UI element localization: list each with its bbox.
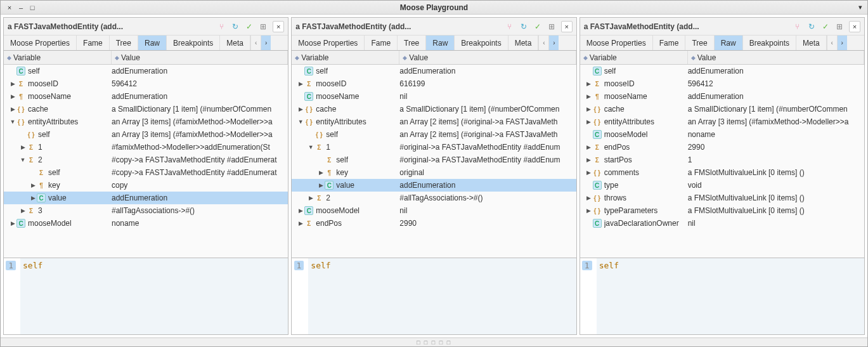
refresh-icon[interactable]: ↻	[230, 21, 241, 32]
property-row[interactable]: ▶{ }cachea SmallDictionary [1 item] (#nu…	[580, 103, 864, 115]
tab-moose-properties[interactable]: Moose Properties	[4, 36, 77, 50]
expand-toggle[interactable]: ▶	[317, 169, 325, 176]
expand-toggle[interactable]: ▼	[19, 157, 27, 163]
property-row[interactable]: ▼{ }entityAttributesan Array [3 items] (…	[4, 115, 288, 128]
tab-scroll-left[interactable]: ‹	[538, 36, 548, 50]
property-row[interactable]: ▶CmooseModelnil	[292, 204, 576, 217]
tab-fame[interactable]: Fame	[653, 36, 686, 50]
property-row[interactable]: ▶ΣmooseID616199	[292, 77, 576, 90]
refresh-icon[interactable]: ↻	[806, 21, 817, 32]
expand-toggle[interactable]: ▶	[9, 220, 16, 226]
property-row[interactable]: CmooseNamenil	[292, 90, 576, 103]
column-header-value[interactable]: ◆Value	[112, 51, 288, 64]
accept-icon[interactable]: ✓	[820, 21, 831, 32]
pane-close-button[interactable]: ×	[273, 21, 284, 32]
tab-raw[interactable]: Raw	[138, 36, 167, 50]
tab-scroll-left[interactable]: ‹	[250, 36, 261, 50]
tab-raw[interactable]: Raw	[715, 36, 743, 50]
tab-scroll-right[interactable]: ›	[837, 36, 847, 50]
pane-close-button[interactable]: ×	[561, 21, 573, 32]
tab-scroll-left[interactable]: ‹	[827, 36, 837, 50]
expand-toggle[interactable]: ▶	[585, 119, 593, 125]
tab-breakpoints[interactable]: Breakpoints	[167, 36, 220, 50]
property-row[interactable]: ▶{ }commentsa FMSlotMultivalueLink [0 it…	[580, 166, 864, 179]
property-row[interactable]: ▶¶keyoriginal	[292, 166, 576, 179]
property-row[interactable]: ▶ΣstartPos1	[580, 154, 864, 166]
table-icon[interactable]: ⊞	[257, 21, 269, 32]
property-row[interactable]: ▶ΣendPos2990	[580, 141, 864, 154]
tab-breakpoints[interactable]: Breakpoints	[455, 36, 508, 50]
tab-tree[interactable]: Tree	[398, 36, 426, 50]
property-row[interactable]: ▶{ }cachea SmallDictionary [1 item] (#nu…	[4, 103, 288, 115]
property-row[interactable]: CselfaddEnumeration	[580, 65, 864, 77]
property-row[interactable]: ▼{ }entityAttributesan Array [2 items] (…	[292, 115, 576, 128]
property-row[interactable]: ▶CvalueaddEnumeration	[4, 192, 288, 204]
tab-moose-properties[interactable]: Moose Properties	[580, 36, 653, 50]
expand-toggle[interactable]: ▶	[9, 81, 16, 87]
expand-toggle[interactable]: ▶	[585, 207, 593, 214]
property-row[interactable]: { }selfan Array [3 items] (#famixMethod-…	[4, 128, 288, 141]
tab-raw[interactable]: Raw	[426, 36, 455, 50]
property-row[interactable]: ▶Σ1#famixMethod->Modeller>>addEnumeratio…	[4, 141, 288, 154]
expand-toggle[interactable]: ▶	[19, 207, 27, 214]
expand-toggle[interactable]: ▶	[307, 195, 314, 201]
table-icon[interactable]: ⊞	[546, 21, 557, 32]
property-row[interactable]: Σself#original->a FASTJavaMethodEntity #…	[292, 154, 576, 166]
accept-icon[interactable]: ✓	[243, 21, 255, 32]
property-row[interactable]: ▼Σ1#original->a FASTJavaMethodEntity #ad…	[292, 141, 576, 154]
property-row[interactable]: ▶{ }throwsa FMSlotMultivalueLink [0 item…	[580, 192, 864, 204]
expand-toggle[interactable]: ▶	[585, 157, 593, 163]
property-row[interactable]: ▶Σ2#allTagAssociations->#()	[292, 192, 576, 204]
refresh-icon[interactable]: ↻	[518, 21, 529, 32]
property-row[interactable]: ▶{ }typeParametersa FMSlotMultivalueLink…	[580, 204, 864, 217]
property-row[interactable]: ▶ΣendPos2990	[292, 217, 576, 230]
expand-toggle[interactable]: ▶	[9, 106, 16, 112]
expand-toggle[interactable]: ▶	[585, 93, 593, 100]
expand-toggle[interactable]: ▶	[29, 195, 37, 201]
window-minimize-button[interactable]: –	[16, 3, 26, 13]
expand-toggle[interactable]: ▼	[9, 119, 16, 125]
property-row[interactable]: ▶{ }entityAttributesan Array [3 items] (…	[580, 115, 864, 128]
tab-tree[interactable]: Tree	[685, 36, 714, 50]
property-row[interactable]: Ctypevoid	[580, 179, 864, 192]
transmit-icon[interactable]: ⑂	[504, 21, 515, 32]
expand-toggle[interactable]: ▶	[585, 195, 593, 201]
property-row[interactable]: CjavaDeclarationOwnernil	[580, 217, 864, 230]
tab-meta[interactable]: Meta	[796, 36, 827, 50]
expand-toggle[interactable]: ▶	[29, 182, 37, 188]
expand-toggle[interactable]: ▶	[585, 144, 593, 150]
accept-icon[interactable]: ✓	[532, 21, 543, 32]
property-row[interactable]: ▶CmooseModelnoname	[4, 217, 288, 230]
property-row[interactable]: ▶¶mooseNameaddEnumeration	[4, 90, 288, 103]
code-input[interactable]: self	[597, 258, 864, 334]
tab-tree[interactable]: Tree	[110, 36, 138, 50]
expand-toggle[interactable]: ▼	[307, 144, 314, 150]
column-header-variable[interactable]: ◆Variable	[4, 51, 112, 64]
expand-toggle[interactable]: ▶	[9, 93, 16, 100]
expand-toggle[interactable]: ▶	[317, 182, 325, 188]
window-maximize-button[interactable]: □	[27, 3, 37, 13]
window-menu-button[interactable]: ▾	[858, 3, 862, 11]
column-header-value[interactable]: ◆Value	[399, 51, 576, 64]
property-row[interactable]: CselfaddEnumeration	[292, 65, 576, 77]
property-row[interactable]: CmooseModelnoname	[580, 128, 864, 141]
property-row[interactable]: ▶ΣmooseID596412	[580, 77, 864, 90]
tab-moose-properties[interactable]: Moose Properties	[292, 36, 365, 50]
property-row[interactable]: ▼Σ2#copy->a FASTJavaMethodEntity #addEnu…	[4, 154, 288, 166]
property-row[interactable]: ▶¶mooseNameaddEnumeration	[580, 90, 864, 103]
expand-toggle[interactable]: ▶	[297, 220, 304, 226]
pane-close-button[interactable]: ×	[849, 21, 860, 32]
code-input[interactable]: self	[308, 258, 576, 334]
tab-scroll-right[interactable]: ›	[548, 36, 559, 50]
tab-fame[interactable]: Fame	[365, 36, 398, 50]
transmit-icon[interactable]: ⑂	[792, 21, 803, 32]
property-row[interactable]: { }selfan Array [2 items] (#original->a …	[292, 128, 576, 141]
column-header-variable[interactable]: ◆Variable	[292, 51, 399, 64]
table-icon[interactable]: ⊞	[834, 21, 845, 32]
window-close-button[interactable]: ×	[4, 3, 15, 13]
property-row[interactable]: ▶¶keycopy	[4, 179, 288, 192]
property-row[interactable]: CselfaddEnumeration	[4, 65, 288, 77]
column-header-variable[interactable]: ◆Variable	[580, 51, 688, 64]
tab-meta[interactable]: Meta	[220, 36, 250, 50]
expand-toggle[interactable]: ▶	[19, 144, 27, 150]
